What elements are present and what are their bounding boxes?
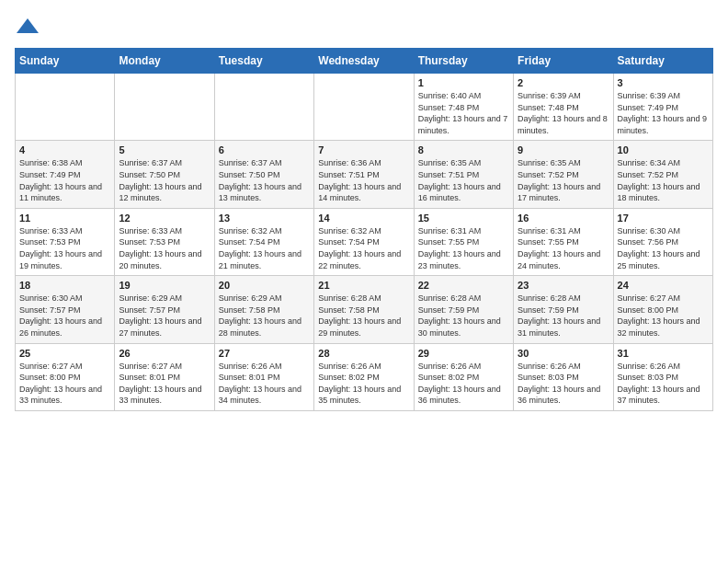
cell-info: Sunrise: 6:32 AM Sunset: 7:54 PM Dayligh… xyxy=(219,225,310,271)
day-number: 10 xyxy=(618,144,709,155)
calendar-cell: 31Sunrise: 6:26 AM Sunset: 8:03 PM Dayli… xyxy=(613,343,712,410)
cell-info: Sunrise: 6:28 AM Sunset: 7:58 PM Dayligh… xyxy=(318,293,409,339)
cell-info: Sunrise: 6:26 AM Sunset: 8:03 PM Dayligh… xyxy=(618,361,709,407)
weekday-header-friday: Friday xyxy=(514,49,613,74)
calendar-cell xyxy=(214,74,313,141)
day-number: 19 xyxy=(119,280,210,291)
cell-info: Sunrise: 6:26 AM Sunset: 8:02 PM Dayligh… xyxy=(318,361,409,407)
day-number: 26 xyxy=(119,348,210,359)
cell-info: Sunrise: 6:29 AM Sunset: 7:57 PM Dayligh… xyxy=(119,293,210,339)
calendar-week-1: 1Sunrise: 6:40 AM Sunset: 7:48 PM Daylig… xyxy=(16,74,713,141)
day-number: 23 xyxy=(518,280,609,291)
calendar-cell: 26Sunrise: 6:27 AM Sunset: 8:01 PM Dayli… xyxy=(115,343,214,410)
cell-info: Sunrise: 6:35 AM Sunset: 7:52 PM Dayligh… xyxy=(518,157,609,203)
day-number: 29 xyxy=(418,348,509,359)
calendar-cell: 29Sunrise: 6:26 AM Sunset: 8:02 PM Dayli… xyxy=(414,343,513,410)
day-number: 15 xyxy=(418,213,509,224)
page-header xyxy=(15,15,713,40)
calendar-cell: 13Sunrise: 6:32 AM Sunset: 7:54 PM Dayli… xyxy=(214,208,313,275)
weekday-header-wednesday: Wednesday xyxy=(314,49,414,74)
day-number: 28 xyxy=(318,348,409,359)
day-number: 27 xyxy=(219,348,310,359)
calendar-cell: 5Sunrise: 6:37 AM Sunset: 7:50 PM Daylig… xyxy=(115,141,214,208)
calendar-cell: 25Sunrise: 6:27 AM Sunset: 8:00 PM Dayli… xyxy=(16,343,115,410)
calendar-body: 1Sunrise: 6:40 AM Sunset: 7:48 PM Daylig… xyxy=(16,74,713,411)
day-number: 22 xyxy=(418,280,509,291)
day-number: 31 xyxy=(618,348,709,359)
day-number: 4 xyxy=(19,144,110,155)
logo xyxy=(15,15,42,40)
calendar-week-3: 11Sunrise: 6:33 AM Sunset: 7:53 PM Dayli… xyxy=(16,208,713,275)
day-number: 25 xyxy=(19,348,110,359)
cell-info: Sunrise: 6:30 AM Sunset: 7:57 PM Dayligh… xyxy=(19,293,110,339)
calendar-cell: 18Sunrise: 6:30 AM Sunset: 7:57 PM Dayli… xyxy=(16,276,115,343)
calendar-cell: 22Sunrise: 6:28 AM Sunset: 7:59 PM Dayli… xyxy=(414,276,513,343)
calendar-cell: 17Sunrise: 6:30 AM Sunset: 7:56 PM Dayli… xyxy=(613,208,712,275)
cell-info: Sunrise: 6:28 AM Sunset: 7:59 PM Dayligh… xyxy=(418,293,509,339)
weekday-header-thursday: Thursday xyxy=(414,49,513,74)
calendar-cell: 27Sunrise: 6:26 AM Sunset: 8:01 PM Dayli… xyxy=(214,343,313,410)
cell-info: Sunrise: 6:38 AM Sunset: 7:49 PM Dayligh… xyxy=(19,157,110,203)
calendar-cell: 14Sunrise: 6:32 AM Sunset: 7:54 PM Dayli… xyxy=(314,208,414,275)
day-number: 30 xyxy=(518,348,609,359)
cell-info: Sunrise: 6:26 AM Sunset: 8:01 PM Dayligh… xyxy=(219,361,310,407)
calendar-cell: 6Sunrise: 6:37 AM Sunset: 7:50 PM Daylig… xyxy=(214,141,313,208)
calendar-cell: 15Sunrise: 6:31 AM Sunset: 7:55 PM Dayli… xyxy=(414,208,513,275)
day-number: 6 xyxy=(219,144,310,155)
day-number: 7 xyxy=(318,144,409,155)
calendar-cell: 8Sunrise: 6:35 AM Sunset: 7:51 PM Daylig… xyxy=(414,141,513,208)
day-number: 11 xyxy=(19,213,110,224)
day-number: 21 xyxy=(318,280,409,291)
logo-icon xyxy=(15,15,40,40)
cell-info: Sunrise: 6:26 AM Sunset: 8:02 PM Dayligh… xyxy=(418,361,509,407)
cell-info: Sunrise: 6:31 AM Sunset: 7:55 PM Dayligh… xyxy=(418,225,509,271)
cell-info: Sunrise: 6:35 AM Sunset: 7:51 PM Dayligh… xyxy=(418,157,509,203)
cell-info: Sunrise: 6:33 AM Sunset: 7:53 PM Dayligh… xyxy=(119,225,210,271)
svg-marker-0 xyxy=(17,18,39,33)
cell-info: Sunrise: 6:34 AM Sunset: 7:52 PM Dayligh… xyxy=(618,157,709,203)
cell-info: Sunrise: 6:36 AM Sunset: 7:51 PM Dayligh… xyxy=(318,157,409,203)
cell-info: Sunrise: 6:37 AM Sunset: 7:50 PM Dayligh… xyxy=(219,157,310,203)
calendar-cell: 23Sunrise: 6:28 AM Sunset: 7:59 PM Dayli… xyxy=(514,276,613,343)
cell-info: Sunrise: 6:37 AM Sunset: 7:50 PM Dayligh… xyxy=(119,157,210,203)
calendar-week-2: 4Sunrise: 6:38 AM Sunset: 7:49 PM Daylig… xyxy=(16,141,713,208)
cell-info: Sunrise: 6:30 AM Sunset: 7:56 PM Dayligh… xyxy=(618,225,709,271)
weekday-header-sunday: Sunday xyxy=(16,49,115,74)
calendar-cell: 4Sunrise: 6:38 AM Sunset: 7:49 PM Daylig… xyxy=(16,141,115,208)
day-number: 5 xyxy=(119,144,210,155)
day-number: 16 xyxy=(518,213,609,224)
calendar-header: SundayMondayTuesdayWednesdayThursdayFrid… xyxy=(16,49,713,74)
weekday-header-tuesday: Tuesday xyxy=(214,49,313,74)
calendar-cell: 3Sunrise: 6:39 AM Sunset: 7:49 PM Daylig… xyxy=(613,74,712,141)
calendar-cell xyxy=(115,74,214,141)
cell-info: Sunrise: 6:29 AM Sunset: 7:58 PM Dayligh… xyxy=(219,293,310,339)
calendar-cell: 30Sunrise: 6:26 AM Sunset: 8:03 PM Dayli… xyxy=(514,343,613,410)
cell-info: Sunrise: 6:40 AM Sunset: 7:48 PM Dayligh… xyxy=(418,90,509,136)
calendar-cell: 11Sunrise: 6:33 AM Sunset: 7:53 PM Dayli… xyxy=(16,208,115,275)
cell-info: Sunrise: 6:31 AM Sunset: 7:55 PM Dayligh… xyxy=(518,225,609,271)
day-number: 3 xyxy=(618,77,709,88)
calendar-cell: 2Sunrise: 6:39 AM Sunset: 7:48 PM Daylig… xyxy=(514,74,613,141)
cell-info: Sunrise: 6:32 AM Sunset: 7:54 PM Dayligh… xyxy=(318,225,409,271)
weekday-header-row: SundayMondayTuesdayWednesdayThursdayFrid… xyxy=(16,49,713,74)
day-number: 14 xyxy=(318,213,409,224)
calendar-cell: 12Sunrise: 6:33 AM Sunset: 7:53 PM Dayli… xyxy=(115,208,214,275)
cell-info: Sunrise: 6:27 AM Sunset: 8:00 PM Dayligh… xyxy=(618,293,709,339)
calendar-cell: 16Sunrise: 6:31 AM Sunset: 7:55 PM Dayli… xyxy=(514,208,613,275)
day-number: 17 xyxy=(618,213,709,224)
cell-info: Sunrise: 6:27 AM Sunset: 8:00 PM Dayligh… xyxy=(19,361,110,407)
cell-info: Sunrise: 6:26 AM Sunset: 8:03 PM Dayligh… xyxy=(518,361,609,407)
calendar-cell: 9Sunrise: 6:35 AM Sunset: 7:52 PM Daylig… xyxy=(514,141,613,208)
day-number: 8 xyxy=(418,144,509,155)
day-number: 20 xyxy=(219,280,310,291)
calendar-cell: 28Sunrise: 6:26 AM Sunset: 8:02 PM Dayli… xyxy=(314,343,414,410)
day-number: 2 xyxy=(518,77,609,88)
calendar-cell: 1Sunrise: 6:40 AM Sunset: 7:48 PM Daylig… xyxy=(414,74,513,141)
calendar-cell: 10Sunrise: 6:34 AM Sunset: 7:52 PM Dayli… xyxy=(613,141,712,208)
cell-info: Sunrise: 6:39 AM Sunset: 7:48 PM Dayligh… xyxy=(518,90,609,136)
day-number: 1 xyxy=(418,77,509,88)
day-number: 24 xyxy=(618,280,709,291)
calendar-cell: 7Sunrise: 6:36 AM Sunset: 7:51 PM Daylig… xyxy=(314,141,414,208)
calendar-cell xyxy=(16,74,115,141)
calendar-cell: 24Sunrise: 6:27 AM Sunset: 8:00 PM Dayli… xyxy=(613,276,712,343)
